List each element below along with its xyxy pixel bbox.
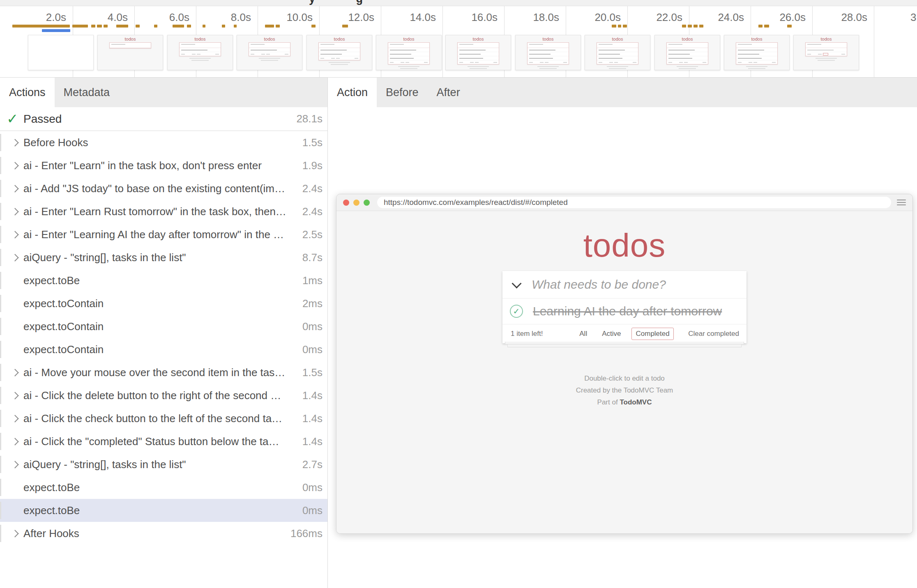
tab-metadata[interactable]: Metadata	[55, 78, 119, 107]
tab-actions[interactable]: Actions	[0, 78, 55, 107]
thumbnail-app-input	[388, 44, 429, 48]
filmstrip-thumbnail[interactable]: todos	[167, 35, 233, 70]
new-todo-input[interactable]: What needs to be done?	[532, 278, 666, 292]
info-line: Part of TodoMVC	[336, 396, 912, 408]
action-row[interactable]: ai - Enter "Learn" in the task box, don'…	[0, 154, 327, 177]
todo-item-row[interactable]: ✓ Learning AI the day after tomorrow	[502, 299, 747, 324]
thumbnail-todo-text-line	[668, 54, 690, 55]
action-duration: 8.7s	[302, 251, 323, 264]
action-row[interactable]: ai - Click the delete button to the righ…	[0, 384, 327, 407]
action-time-marker	[265, 25, 274, 28]
chevron-right-icon[interactable]	[11, 530, 18, 537]
chevron-right-icon[interactable]	[11, 369, 18, 376]
chevron-right-icon[interactable]	[11, 392, 18, 399]
thumbnail-placeholder-line	[668, 44, 682, 45]
clear-completed-button[interactable]: Clear completed	[688, 330, 739, 338]
filmstrip-thumbnail[interactable]: todos	[445, 35, 511, 70]
filmstrip-thumbnail[interactable]: todos	[97, 35, 163, 70]
action-time-marker	[222, 25, 225, 28]
trace-timeline[interactable]: 2.0s4.0s6.0s8.0s10.0s12.0s14.0s16.0s18.0…	[0, 6, 917, 78]
thumbnail-info-line	[677, 66, 698, 67]
thumbnail-footer-line	[249, 52, 290, 56]
action-row[interactable]: ai - Click the check button to the left …	[0, 407, 327, 430]
thumbnail-todo-line	[180, 48, 221, 52]
action-row[interactable]: ai - Enter "Learn Rust tomorrow" in the …	[0, 200, 327, 223]
thumbnail-footer-line	[597, 60, 638, 64]
thumbnail-todo-text-line	[390, 50, 416, 51]
action-time-marker	[682, 25, 686, 28]
filter-all[interactable]: All	[575, 328, 591, 340]
action-time-marker	[116, 25, 128, 28]
chevron-right-icon[interactable]	[11, 415, 18, 422]
new-todo-row[interactable]: What needs to be done?	[502, 271, 747, 299]
action-row[interactable]: expect.toBe0ms	[0, 476, 327, 499]
todo-complete-toggle-icon[interactable]: ✓	[510, 305, 523, 318]
action-row[interactable]: ai - Enter "Learning AI the day after to…	[0, 223, 327, 246]
action-row[interactable]: ai - Click the "completed" Status button…	[0, 430, 327, 453]
filmstrip-thumbnail[interactable]: todos	[654, 35, 720, 70]
thumbnail-todo-text-line	[459, 58, 483, 59]
filter-active[interactable]: Active	[598, 328, 625, 340]
action-row[interactable]: aiQuery - "string[], tasks in the list"8…	[0, 246, 327, 269]
filter-completed[interactable]: Completed	[631, 328, 673, 340]
filmstrip-thumbnail[interactable]	[28, 35, 94, 70]
thumbnail-footer-line	[528, 60, 569, 64]
thumbnail-info-lines	[376, 66, 441, 69]
filmstrip-thumbnail[interactable]: todos	[376, 35, 442, 70]
chevron-right-icon[interactable]	[11, 139, 18, 146]
todomvc-brand[interactable]: TodoMVC	[620, 398, 652, 406]
passed-check-icon: ✓	[7, 110, 18, 127]
thumbnail-info-lines	[794, 58, 859, 61]
thumbnail-todo-line	[388, 56, 429, 60]
chevron-right-icon[interactable]	[11, 208, 18, 215]
action-row[interactable]: ai - Add "JS today" to base on the exist…	[0, 177, 327, 200]
browser-menu-icon[interactable]	[897, 200, 906, 205]
action-duration: 1.4s	[302, 389, 323, 402]
filmstrip-thumbnail[interactable]: todos	[306, 35, 372, 70]
thumbnail-app-title: todos	[98, 37, 163, 41]
thumbnail-footer-dash	[772, 62, 776, 63]
action-row[interactable]: expect.toBe1ms	[0, 269, 327, 292]
toggle-all-chevron-icon[interactable]	[511, 278, 521, 288]
thumbnail-placeholder-line	[459, 44, 473, 45]
chevron-right-icon[interactable]	[11, 254, 18, 261]
left-tab-bar: ActionsMetadata	[0, 78, 327, 107]
action-time-marker	[311, 25, 316, 28]
chevron-right-icon[interactable]	[11, 185, 18, 192]
thumbnail-info-lines	[237, 58, 302, 61]
action-row[interactable]: ai - Move your mouse over the second ite…	[0, 361, 327, 384]
tab-before[interactable]: Before	[377, 78, 428, 107]
thumbnail-todo-text-line	[529, 50, 555, 51]
thumbnail-footer-dash	[459, 62, 463, 63]
filmstrip-thumbnail[interactable]: todos	[515, 35, 581, 70]
thumbnail-footer-dash	[266, 54, 270, 55]
filmstrip-thumbnail[interactable]: todos	[793, 35, 859, 70]
thumbnail-app-title: todos	[446, 37, 511, 41]
action-row[interactable]: expect.toContain0ms	[0, 315, 327, 338]
tab-after[interactable]: After	[428, 78, 469, 107]
action-row[interactable]: After Hooks166ms	[0, 522, 327, 545]
action-row[interactable]: Before Hooks1.5s	[0, 131, 327, 154]
chevron-right-icon[interactable]	[11, 162, 18, 169]
thumbnail-todo-line	[388, 48, 429, 52]
filmstrip-thumbnail[interactable]: todos	[724, 35, 790, 70]
action-row[interactable]: expect.toContain0ms	[0, 338, 327, 361]
action-label: expect.toBe	[23, 481, 80, 494]
action-label: ai - Click the delete button to the righ…	[23, 389, 281, 402]
thumbnail-footer-line	[319, 56, 360, 60]
filmstrip-thumbnail[interactable]: todos	[237, 35, 302, 70]
address-bar[interactable]: https://todomvc.com/examples/react/dist/…	[377, 197, 891, 208]
filmstrip-thumbnail[interactable]: todos	[585, 35, 650, 70]
chevron-right-icon[interactable]	[11, 231, 18, 238]
tab-action[interactable]: Action	[328, 78, 377, 107]
chevron-right-icon[interactable]	[11, 461, 18, 468]
action-row[interactable]: expect.toBe0ms	[0, 499, 327, 522]
thumbnail-app-title: todos	[168, 37, 233, 41]
action-duration: 1.9s	[302, 159, 323, 172]
action-row[interactable]: expect.toContain2ms	[0, 292, 327, 315]
action-time-marker	[342, 25, 348, 28]
action-row[interactable]: aiQuery - "string[], tasks in the list"2…	[0, 453, 327, 476]
chevron-right-icon[interactable]	[11, 438, 18, 445]
thumbnail-app-card	[388, 42, 430, 64]
action-duration: 1.4s	[302, 435, 323, 448]
